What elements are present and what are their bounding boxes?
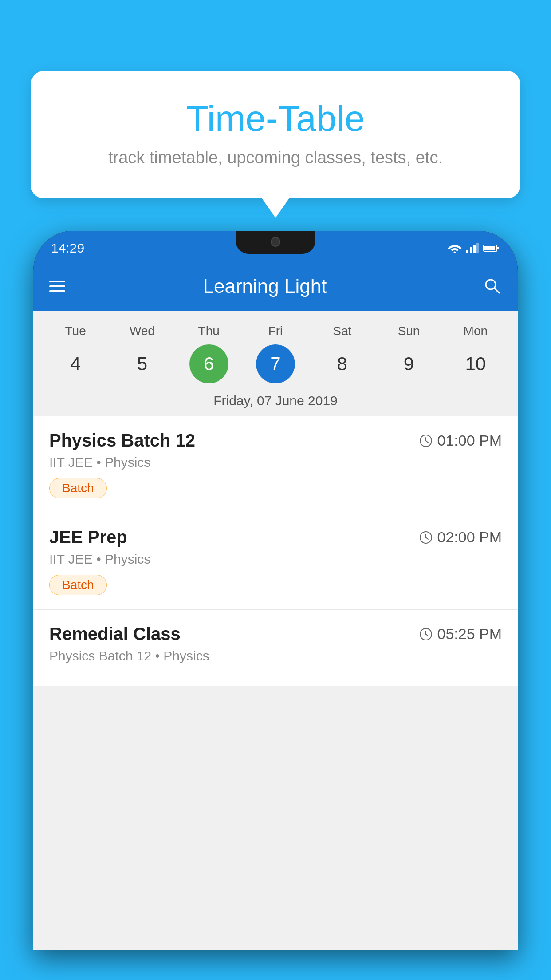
day-label-sat: Sat xyxy=(323,324,362,338)
svg-line-12 xyxy=(426,441,428,443)
signal-icon xyxy=(466,243,479,253)
phone-notch xyxy=(236,231,315,254)
day-label-fri: Fri xyxy=(256,324,295,338)
class-meta-1: IIT JEE • Physics xyxy=(49,455,502,470)
day-label-sun: Sun xyxy=(390,324,429,338)
screen-content: Tue Wed Thu Fri Sat Sun Mon 4 5 6 7 8 9 … xyxy=(33,311,518,950)
class-header-1: Physics Batch 12 01:00 PM xyxy=(49,431,502,450)
camera xyxy=(271,237,280,247)
class-header-3: Remedial Class 05:25 PM xyxy=(49,624,502,644)
svg-line-15 xyxy=(426,537,428,539)
class-meta-3: Physics Batch 12 • Physics xyxy=(49,648,502,664)
day-label-tue: Tue xyxy=(56,324,95,338)
svg-point-0 xyxy=(454,252,456,254)
app-bar: Learning Light xyxy=(33,262,518,311)
calendar: Tue Wed Thu Fri Sat Sun Mon 4 5 6 7 8 9 … xyxy=(33,311,518,416)
class-meta-2: IIT JEE • Physics xyxy=(49,552,502,567)
svg-rect-2 xyxy=(470,247,472,253)
svg-rect-3 xyxy=(473,245,476,253)
batch-badge-2: Batch xyxy=(49,575,107,595)
tooltip-title: Time-Table xyxy=(53,98,498,139)
phone-frame: 14:29 xyxy=(33,231,518,950)
day-label-wed: Wed xyxy=(122,324,161,338)
status-icons xyxy=(448,239,500,253)
class-header-2: JEE Prep 02:00 PM xyxy=(49,527,502,547)
tooltip-subtitle: track timetable, upcoming classes, tests… xyxy=(53,148,498,167)
class-time-3: 05:25 PM xyxy=(419,625,502,643)
svg-rect-6 xyxy=(484,246,495,250)
day-7-selected[interactable]: 7 xyxy=(256,344,295,383)
day-8[interactable]: 8 xyxy=(323,344,362,383)
day-5[interactable]: 5 xyxy=(122,344,161,383)
class-name-3: Remedial Class xyxy=(49,624,181,644)
day-numbers: 4 5 6 7 8 9 10 xyxy=(33,343,518,390)
svg-line-18 xyxy=(426,634,428,636)
svg-rect-4 xyxy=(476,243,479,253)
class-item-2[interactable]: JEE Prep 02:00 PM IIT JEE • Physics Batc… xyxy=(33,513,518,610)
day-labels: Tue Wed Thu Fri Sat Sun Mon xyxy=(33,320,518,343)
batch-badge-1: Batch xyxy=(49,478,107,498)
phone-wrapper: 14:29 xyxy=(33,231,518,980)
class-time-2: 02:00 PM xyxy=(419,529,502,546)
wifi-icon xyxy=(448,243,462,253)
search-button[interactable] xyxy=(482,276,502,297)
day-10[interactable]: 10 xyxy=(456,344,495,383)
class-time-1: 01:00 PM xyxy=(419,432,502,449)
app-title: Learning Light xyxy=(47,275,482,297)
class-item-1[interactable]: Physics Batch 12 01:00 PM IIT JEE • Phys… xyxy=(33,416,518,513)
clock-icon-2 xyxy=(419,531,433,544)
selected-date-label: Friday, 07 June 2019 xyxy=(33,390,518,416)
class-name-1: Physics Batch 12 xyxy=(49,431,195,450)
class-name-2: JEE Prep xyxy=(49,527,127,547)
clock-icon-1 xyxy=(419,434,433,447)
svg-rect-1 xyxy=(466,250,468,253)
status-time: 14:29 xyxy=(51,237,84,256)
battery-icon xyxy=(483,244,500,253)
svg-rect-7 xyxy=(497,247,499,249)
svg-line-9 xyxy=(494,288,499,293)
day-4[interactable]: 4 xyxy=(56,344,95,383)
class-item-3[interactable]: Remedial Class 05:25 PM Physics Batch 12… xyxy=(33,610,518,686)
day-9[interactable]: 9 xyxy=(390,344,429,383)
class-list: Physics Batch 12 01:00 PM IIT JEE • Phys… xyxy=(33,416,518,686)
day-label-thu: Thu xyxy=(189,324,228,338)
tooltip-card: Time-Table track timetable, upcoming cla… xyxy=(31,71,520,198)
day-6-today[interactable]: 6 xyxy=(189,344,228,383)
day-label-mon: Mon xyxy=(456,324,495,338)
clock-icon-3 xyxy=(419,628,433,641)
